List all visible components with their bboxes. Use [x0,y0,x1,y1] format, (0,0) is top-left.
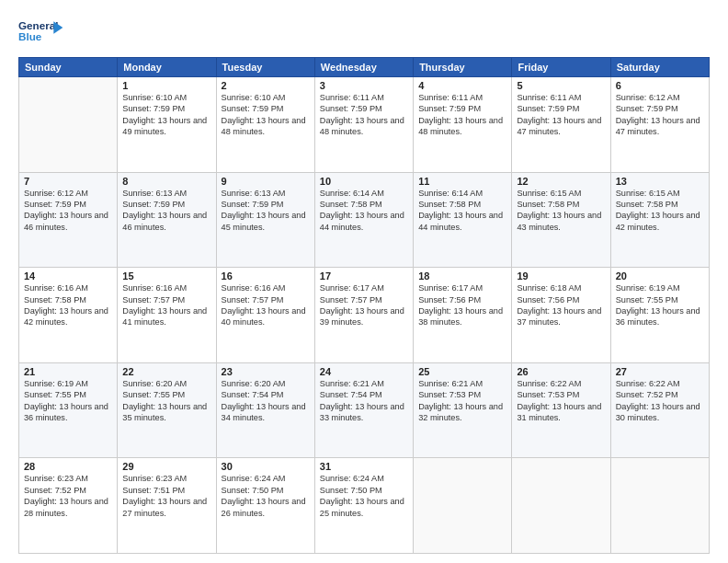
day-info: Sunrise: 6:14 AM Sunset: 7:58 PM Dayligh… [418,188,506,234]
day-info: Sunrise: 6:12 AM Sunset: 7:59 PM Dayligh… [616,92,704,138]
day-info: Sunrise: 6:23 AM Sunset: 7:51 PM Dayligh… [122,473,210,519]
day-number: 28 [24,461,112,472]
header-thursday: Thursday [414,58,512,77]
day-number: 9 [222,176,310,187]
day-number: 11 [418,176,506,187]
header-friday: Friday [512,58,610,77]
day-number: 21 [24,366,112,377]
calendar-cell: 15Sunrise: 6:16 AM Sunset: 7:57 PM Dayli… [118,268,216,363]
calendar-cell [19,77,118,173]
day-number: 16 [222,270,310,282]
day-info: Sunrise: 6:16 AM Sunset: 7:57 PM Dayligh… [122,282,210,328]
day-number: 12 [517,176,605,187]
header-wednesday: Wednesday [314,58,413,77]
calendar-cell: 5Sunrise: 6:11 AM Sunset: 7:59 PM Daylig… [512,77,610,173]
day-number: 4 [418,80,506,91]
day-info: Sunrise: 6:18 AM Sunset: 7:56 PM Dayligh… [517,282,605,328]
calendar-cell: 12Sunrise: 6:15 AM Sunset: 7:58 PM Dayli… [512,172,610,268]
svg-text:General: General [18,19,58,31]
day-info: Sunrise: 6:13 AM Sunset: 7:59 PM Dayligh… [222,188,310,234]
svg-text:Blue: Blue [18,30,42,42]
day-number: 3 [320,80,408,91]
calendar-cell: 18Sunrise: 6:17 AM Sunset: 7:56 PM Dayli… [414,268,512,363]
calendar-cell: 6Sunrise: 6:12 AM Sunset: 7:59 PM Daylig… [610,77,709,173]
calendar-cell: 16Sunrise: 6:16 AM Sunset: 7:57 PM Dayli… [216,268,314,363]
header: General Blue [18,15,710,50]
calendar-cell: 31Sunrise: 6:24 AM Sunset: 7:50 PM Dayli… [314,458,413,554]
day-info: Sunrise: 6:24 AM Sunset: 7:50 PM Dayligh… [320,473,408,519]
header-row: SundayMondayTuesdayWednesdayThursdayFrid… [19,58,710,77]
logo: General Blue [18,15,64,50]
day-number: 6 [616,80,704,91]
page: General Blue SundayMondayTuesdayWednesda… [0,0,728,563]
day-info: Sunrise: 6:20 AM Sunset: 7:54 PM Dayligh… [222,378,310,424]
calendar-cell: 8Sunrise: 6:13 AM Sunset: 7:59 PM Daylig… [118,172,216,268]
day-info: Sunrise: 6:11 AM Sunset: 7:59 PM Dayligh… [418,92,506,138]
calendar-header: SundayMondayTuesdayWednesdayThursdayFrid… [19,58,710,77]
calendar-cell [512,458,610,554]
calendar-cell: 13Sunrise: 6:15 AM Sunset: 7:58 PM Dayli… [610,172,709,268]
day-number: 13 [616,176,704,187]
day-info: Sunrise: 6:16 AM Sunset: 7:57 PM Dayligh… [222,282,310,328]
calendar-cell [414,458,512,554]
day-info: Sunrise: 6:23 AM Sunset: 7:52 PM Dayligh… [24,473,112,519]
day-number: 31 [320,461,408,472]
header-tuesday: Tuesday [216,58,314,77]
calendar-cell: 9Sunrise: 6:13 AM Sunset: 7:59 PM Daylig… [216,172,314,268]
header-monday: Monday [118,58,216,77]
calendar-cell [610,458,709,554]
day-info: Sunrise: 6:19 AM Sunset: 7:55 PM Dayligh… [24,378,112,424]
day-number: 5 [517,80,605,91]
day-number: 30 [222,461,310,472]
day-info: Sunrise: 6:15 AM Sunset: 7:58 PM Dayligh… [616,188,704,234]
calendar-cell: 19Sunrise: 6:18 AM Sunset: 7:56 PM Dayli… [512,268,610,363]
day-info: Sunrise: 6:15 AM Sunset: 7:58 PM Dayligh… [517,188,605,234]
day-info: Sunrise: 6:13 AM Sunset: 7:59 PM Dayligh… [122,188,210,234]
calendar-cell: 30Sunrise: 6:24 AM Sunset: 7:50 PM Dayli… [216,458,314,554]
day-number: 17 [320,270,408,282]
calendar-cell: 2Sunrise: 6:10 AM Sunset: 7:59 PM Daylig… [216,77,314,173]
week-row-3: 14Sunrise: 6:16 AM Sunset: 7:58 PM Dayli… [19,268,710,363]
week-row-5: 28Sunrise: 6:23 AM Sunset: 7:52 PM Dayli… [19,458,710,554]
calendar-cell: 17Sunrise: 6:17 AM Sunset: 7:57 PM Dayli… [314,268,413,363]
calendar-cell: 27Sunrise: 6:22 AM Sunset: 7:52 PM Dayli… [610,362,709,458]
calendar-cell: 23Sunrise: 6:20 AM Sunset: 7:54 PM Dayli… [216,362,314,458]
day-number: 1 [122,80,210,91]
day-number: 23 [222,366,310,377]
calendar-cell: 28Sunrise: 6:23 AM Sunset: 7:52 PM Dayli… [19,458,118,554]
day-info: Sunrise: 6:11 AM Sunset: 7:59 PM Dayligh… [517,92,605,138]
header-sunday: Sunday [19,58,118,77]
calendar-cell: 20Sunrise: 6:19 AM Sunset: 7:55 PM Dayli… [610,268,709,363]
day-info: Sunrise: 6:21 AM Sunset: 7:53 PM Dayligh… [418,378,506,424]
day-info: Sunrise: 6:17 AM Sunset: 7:57 PM Dayligh… [320,282,408,328]
calendar-cell: 14Sunrise: 6:16 AM Sunset: 7:58 PM Dayli… [19,268,118,363]
day-number: 7 [24,176,112,187]
calendar-cell: 21Sunrise: 6:19 AM Sunset: 7:55 PM Dayli… [19,362,118,458]
calendar-cell: 10Sunrise: 6:14 AM Sunset: 7:58 PM Dayli… [314,172,413,268]
day-number: 10 [320,176,408,187]
day-number: 2 [222,80,310,91]
calendar-cell: 29Sunrise: 6:23 AM Sunset: 7:51 PM Dayli… [118,458,216,554]
day-number: 8 [122,176,210,187]
week-row-1: 1Sunrise: 6:10 AM Sunset: 7:59 PM Daylig… [19,77,710,173]
calendar-cell: 25Sunrise: 6:21 AM Sunset: 7:53 PM Dayli… [414,362,512,458]
day-info: Sunrise: 6:22 AM Sunset: 7:52 PM Dayligh… [616,378,704,424]
logo-svg: General Blue [18,15,64,50]
day-number: 27 [616,366,704,377]
calendar-table: SundayMondayTuesdayWednesdayThursdayFrid… [18,57,710,554]
week-row-2: 7Sunrise: 6:12 AM Sunset: 7:59 PM Daylig… [19,172,710,268]
day-number: 15 [122,270,210,282]
day-info: Sunrise: 6:10 AM Sunset: 7:59 PM Dayligh… [122,92,210,138]
day-number: 18 [418,270,506,282]
day-info: Sunrise: 6:11 AM Sunset: 7:59 PM Dayligh… [320,92,408,138]
day-info: Sunrise: 6:16 AM Sunset: 7:58 PM Dayligh… [24,282,112,328]
day-info: Sunrise: 6:20 AM Sunset: 7:55 PM Dayligh… [122,378,210,424]
calendar-cell: 1Sunrise: 6:10 AM Sunset: 7:59 PM Daylig… [118,77,216,173]
day-number: 24 [320,366,408,377]
day-number: 22 [122,366,210,377]
calendar-cell: 11Sunrise: 6:14 AM Sunset: 7:58 PM Dayli… [414,172,512,268]
day-info: Sunrise: 6:21 AM Sunset: 7:54 PM Dayligh… [320,378,408,424]
calendar-cell: 3Sunrise: 6:11 AM Sunset: 7:59 PM Daylig… [314,77,413,173]
day-info: Sunrise: 6:12 AM Sunset: 7:59 PM Dayligh… [24,188,112,234]
calendar-cell: 4Sunrise: 6:11 AM Sunset: 7:59 PM Daylig… [414,77,512,173]
